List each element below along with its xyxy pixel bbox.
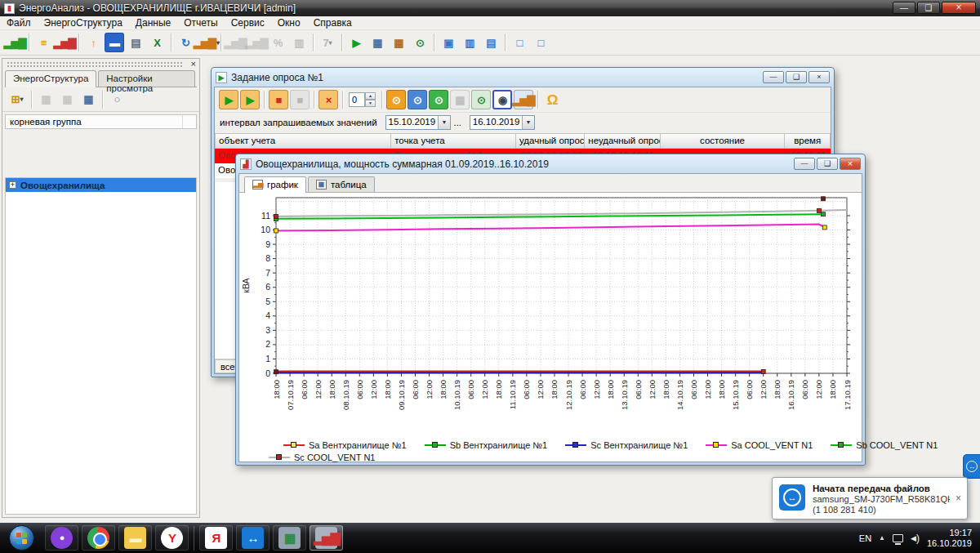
tray-chevron-icon[interactable]: ▲ [879,534,885,542]
start-button[interactable] [9,525,34,551]
chart-maximize-button[interactable]: ❑ [817,158,838,170]
gauge-icon[interactable]: ⊙ [471,90,491,109]
edit-report-icon: ▦ [394,38,403,48]
chart-type-icon[interactable]: ▂▅▇▾ [197,33,216,52]
sidebar-tab-inactive[interactable]: Настройки просмотра [98,70,195,87]
menu-item-файл[interactable]: Файл [0,16,38,30]
tile-vertical-icon[interactable]: ▥ [460,33,479,52]
column-header[interactable]: время [785,133,831,149]
column-header[interactable]: точка учета [391,133,516,149]
clock-orange-icon[interactable]: ⊙ [386,90,406,109]
window-min-all-icon[interactable]: □ [510,33,529,52]
taskbar-yandex-browser-button[interactable]: Y [155,525,189,551]
refresh-icon[interactable]: ↻ [176,33,195,52]
tab-таблица[interactable]: ▦таблица [308,176,375,192]
taskbar-alice-button[interactable]: ● [45,525,78,551]
report-chart-icon: ▂▅▇ [513,95,535,105]
tab-график[interactable]: ▂▅график [244,176,306,193]
tree-structure-icon[interactable]: ≡ [33,33,53,52]
tree-expander-icon[interactable]: + [9,181,16,189]
save-icon[interactable]: ▬ [105,33,124,52]
poll-maximize-button[interactable]: ❑ [786,71,807,83]
tree-item-ovoshchekhranilishcha[interactable]: + Овощехранилища [6,178,196,192]
spinner-down-icon[interactable]: ▼ [365,100,376,107]
network-icon[interactable] [893,534,903,542]
print-icon[interactable]: ▤ [126,33,145,52]
view-log-icon[interactable]: ◉ [492,90,512,109]
stop-poll-icon[interactable]: ■ [269,90,288,109]
calendar-icon-dropdown[interactable]: ▾ [329,39,332,47]
sidebar-close-icon[interactable]: × [191,60,196,69]
menu-item-энергоструктура[interactable]: ЭнергоСтруктура [38,16,129,30]
taskbar-chrome-button[interactable] [82,525,115,551]
clock-orange-icon: ⊙ [392,95,400,105]
taskbar-teamviewer-button[interactable]: ↔ [236,525,270,551]
search-icon[interactable]: ○ [107,90,127,109]
column-header[interactable]: удачный опрос [516,133,585,149]
column-header[interactable]: состояние [661,133,786,149]
chart-window-title-bar[interactable]: ▟ Овощехранилища, мощность суммарная 01.… [236,154,865,172]
poll-close-button[interactable]: × [808,71,830,83]
taskbar-explorer-button[interactable]: ▬ [118,525,152,551]
chart-type-icon-dropdown[interactable]: ▾ [216,39,220,47]
report-templates-icon: ▦ [83,94,92,105]
report-chart-icon[interactable]: ▂▅▇ [514,90,533,109]
cascade-windows-icon[interactable]: ▣ [439,33,458,52]
column-header[interactable]: объект учета [215,133,391,149]
alarm-bell-icon[interactable]: Ω [542,90,562,109]
report-templates-icon[interactable]: ▦ [78,90,98,109]
tile-horizontal-icon[interactable]: ▤ [481,33,501,52]
menu-item-сервис[interactable]: Сервис [225,16,271,30]
column-header[interactable]: неудачный опрос [585,133,660,149]
clock-blue-icon[interactable]: ⊙ [408,90,427,109]
legend-label: Sa Вентхранилище №1 [309,440,407,450]
open-icon: ↑ [91,38,96,48]
menu-item-окно[interactable]: Окно [271,16,307,30]
chart-minimize-button[interactable]: — [794,158,815,170]
file-transfer-notification[interactable]: ↔ Начата передача файлов samsung_SM-J730… [772,477,968,520]
taskbar-remote-desktop-button[interactable]: ▦ [273,525,306,551]
taskbar-energoanaliz-button[interactable]: ▂▅▇ [310,525,343,551]
chart-close-button[interactable]: × [840,158,861,170]
edit-report-icon[interactable]: ▦ [389,33,408,52]
window-restore-icon[interactable]: □ [531,33,550,52]
energo-connect-icon[interactable]: ▂▅▇ [5,33,24,52]
delete-poll-icon[interactable]: × [318,90,338,109]
sidebar-tab-active[interactable]: ЭнергоСтруктура [5,70,96,87]
date-from-caret-icon[interactable]: ▼ [438,116,449,129]
clock-green-icon[interactable]: ⊙ [429,90,448,109]
main-minimize-button[interactable]: — [893,2,915,14]
open-icon[interactable]: ↑ [83,33,103,52]
tree-filter-icon[interactable]: ⊞▾ [7,90,27,109]
language-indicator[interactable]: EN [859,533,871,543]
menu-item-отчеты[interactable]: Отчеты [177,16,224,30]
main-close-button[interactable]: × [942,2,976,14]
date-to-caret-icon[interactable]: ▼ [522,116,533,129]
date-to-select[interactable]: 16.10.2019 ▼ [470,115,535,130]
start-all-icon[interactable]: ▶ [240,90,260,109]
sidebar-grip[interactable] [7,61,183,68]
spinner-up-icon[interactable]: ▲ [365,92,376,100]
poll-list-icon[interactable]: ▦ [368,33,387,52]
notification-close-icon[interactable]: × [956,494,961,502]
tree-filter-icon-dropdown[interactable]: ▾ [20,96,23,103]
menu-item-данные[interactable]: Данные [129,16,177,30]
date-from-select[interactable]: 15.10.2019 ▼ [385,115,451,130]
tray-clock[interactable]: 19:17 16.10.2019 [927,528,972,548]
main-maximize-button[interactable]: ❑ [917,2,940,14]
run-poll-icon[interactable]: ▶ [346,33,366,52]
poll-minimize-button[interactable]: — [763,71,784,83]
start-poll-icon[interactable]: ▶ [219,90,238,109]
menu-item-справка[interactable]: Справка [307,16,359,30]
chart-window-icon[interactable]: ▂▅▇ [55,33,74,52]
power-chart[interactable]: 0123456789101118:0007.10.1906:0012:0018:… [239,194,858,437]
teamviewer-edge-icon[interactable]: ↔ [963,454,980,479]
taskbar: ●▬YЯ↔▦▂▅▇ EN ▲ ◀) 19:17 16.10.2019 [0,523,980,553]
poll-count-spinner[interactable]: 0▲▼ [349,92,376,107]
taskbar-yandex-button[interactable]: Я [199,525,233,551]
excel-export-icon[interactable]: X [147,33,167,52]
spinner-value[interactable]: 0 [349,92,365,107]
poll-window-title-bar[interactable]: ▶ Задание опроса №1 — ❑ × [212,68,834,85]
volume-icon[interactable]: ◀) [911,533,920,544]
gauge-icon[interactable]: ⊙ [410,33,430,52]
